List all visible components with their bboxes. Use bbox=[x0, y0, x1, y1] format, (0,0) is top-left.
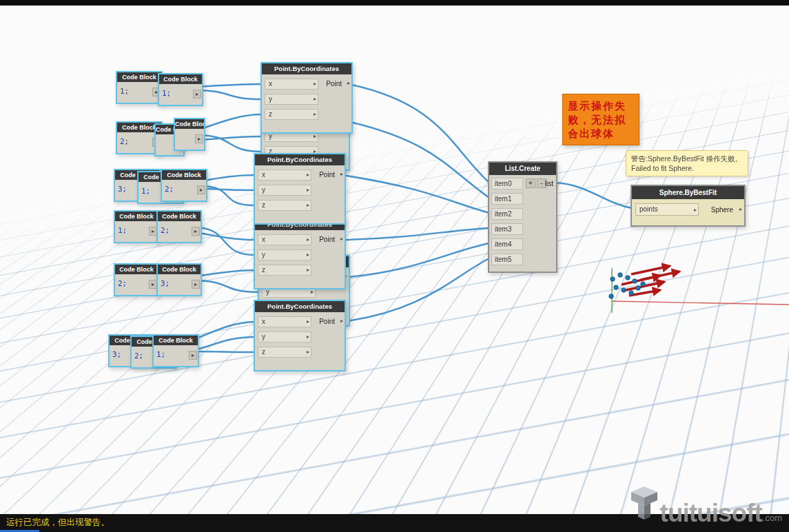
point-bycoordinates-node[interactable]: Point.ByCoordinates x▸ y▸ z▸ Point ▸ bbox=[254, 153, 346, 225]
node-title[interactable]: Code Block bbox=[154, 336, 198, 345]
node-title[interactable]: Point.ByCoordinates bbox=[255, 301, 345, 312]
input-port-x[interactable]: x▸ bbox=[258, 170, 311, 181]
code-block-node[interactable]: Code Block 3; ▸ bbox=[156, 263, 202, 296]
input-port-icon[interactable]: ▸ bbox=[307, 250, 309, 260]
input-port-icon[interactable]: ▸ bbox=[307, 317, 309, 327]
code-value[interactable]: 1; bbox=[120, 87, 129, 96]
code-value[interactable]: 2; bbox=[118, 279, 127, 288]
node-title[interactable]: Code Block bbox=[158, 212, 201, 221]
annotation-note[interactable]: 显示操作失败，无法拟合出球体 bbox=[562, 94, 639, 145]
node-title[interactable]: Code Block bbox=[115, 212, 158, 221]
node-title[interactable]: Code Block bbox=[117, 72, 161, 82]
input-port-y[interactable]: y▸ bbox=[265, 94, 318, 105]
input-port-icon[interactable]: ▸ bbox=[314, 79, 316, 89]
input-port-x[interactable]: x▸ bbox=[258, 234, 311, 245]
watermark: tuituisoft .com bbox=[628, 484, 782, 524]
port-label: y bbox=[262, 186, 265, 194]
code-value[interactable]: 1; bbox=[162, 89, 171, 98]
input-port-icon[interactable]: ▸ bbox=[694, 205, 697, 216]
input-port-z[interactable]: z▸ bbox=[265, 109, 318, 120]
port-label: z bbox=[262, 201, 265, 209]
code-value[interactable]: 3; bbox=[118, 185, 127, 194]
node-title[interactable]: Code Block bbox=[162, 170, 206, 180]
input-port-icon[interactable]: ▸ bbox=[307, 347, 309, 357]
input-port-item5[interactable]: item5 bbox=[491, 254, 523, 265]
watermark-name: tuituisoft bbox=[660, 502, 762, 524]
input-port-icon[interactable]: ▸ bbox=[307, 170, 309, 180]
input-port-y[interactable]: y▸ bbox=[258, 249, 311, 260]
output-port-label: Point bbox=[319, 236, 335, 243]
port-label: item1 bbox=[495, 195, 511, 203]
output-port-label: Point bbox=[326, 80, 342, 88]
input-port-z[interactable]: z▸ bbox=[258, 200, 311, 211]
code-block-node[interactable]: Code Block 1; ▸ bbox=[158, 73, 203, 106]
output-port-icon[interactable]: ▸ bbox=[739, 206, 742, 212]
code-value[interactable]: 1; bbox=[156, 350, 165, 359]
output-port-icon[interactable]: ▸ bbox=[340, 236, 343, 242]
node-title[interactable]: Point.ByCoordinates bbox=[262, 63, 351, 74]
output-port-icon[interactable]: ▸ bbox=[193, 90, 201, 99]
add-input-button[interactable]: + bbox=[526, 178, 535, 188]
output-port-icon[interactable]: ▸ bbox=[192, 280, 200, 289]
input-port-icon[interactable]: ▸ bbox=[314, 94, 316, 104]
list-create-node[interactable]: List.Create item0 item1 item2 item3 item… bbox=[488, 161, 557, 273]
input-port-item2[interactable]: item2 bbox=[491, 208, 523, 220]
code-value[interactable]: 1; bbox=[141, 187, 150, 196]
code-block-node[interactable]: Code Block 1; ▸ bbox=[116, 71, 163, 104]
code-value[interactable]: 2; bbox=[161, 226, 170, 235]
code-block-node[interactable]: Code Block 2; ▸ bbox=[114, 263, 159, 296]
output-port-label: Point bbox=[319, 171, 335, 178]
node-title[interactable]: Point.ByCoordinates bbox=[255, 154, 345, 165]
point-bycoordinates-node[interactable]: Point.ByCoordinates x▸ y▸ z▸ Point ▸ bbox=[254, 300, 346, 371]
output-port-icon[interactable]: ▸ bbox=[347, 80, 350, 86]
input-port-icon[interactable]: ▸ bbox=[307, 201, 309, 210]
output-port-icon[interactable]: ▸ bbox=[340, 318, 343, 324]
output-port-icon[interactable]: ▸ bbox=[189, 351, 197, 360]
node-title[interactable]: Code Block bbox=[159, 74, 202, 84]
output-port-label[interactable]: list bbox=[545, 180, 553, 187]
point-bycoordinates-node[interactable]: Point.ByCoordinates x▸ y▸ z▸ Point ▸ bbox=[254, 218, 346, 289]
code-value[interactable]: 2; bbox=[134, 351, 143, 360]
input-port-y[interactable]: y▸ bbox=[258, 331, 311, 342]
code-block-node[interactable]: Code Block ▸ bbox=[174, 118, 205, 151]
input-port-z[interactable]: z▸ bbox=[258, 265, 311, 276]
dynamo-workspace: Code Block 1; ▸ Code Block 1; ▸ Code Blo… bbox=[0, 0, 789, 532]
input-port-z[interactable]: z▸ bbox=[258, 347, 311, 358]
input-port-icon[interactable]: ▸ bbox=[307, 332, 309, 342]
warning-line2: Failed to fit Sphere. bbox=[631, 164, 743, 172]
output-port-icon[interactable]: ▸ bbox=[340, 171, 343, 177]
input-port-icon[interactable]: ▸ bbox=[314, 110, 316, 119]
output-port-icon[interactable]: ▸ bbox=[197, 185, 205, 194]
input-port-x[interactable]: x▸ bbox=[265, 79, 318, 90]
point-bycoordinates-node[interactable]: Point.ByCoordinates x▸ y▸ z▸ Point ▸ bbox=[260, 62, 353, 134]
port-label: points bbox=[639, 205, 658, 213]
code-block-node[interactable]: Code Block 1; ▸ bbox=[152, 334, 199, 367]
code-value[interactable]: 3; bbox=[112, 350, 121, 359]
input-port-y[interactable]: y▸ bbox=[258, 185, 311, 196]
code-value[interactable]: 2; bbox=[165, 185, 174, 194]
input-port-icon[interactable]: ▸ bbox=[307, 185, 309, 195]
input-port-item1[interactable]: item1 bbox=[491, 193, 523, 205]
input-port-icon[interactable]: ▸ bbox=[307, 265, 309, 275]
node-title[interactable]: Code Block bbox=[115, 265, 158, 274]
node-title[interactable]: List.Create bbox=[489, 163, 556, 175]
code-value[interactable]: 3; bbox=[161, 279, 170, 288]
input-port-x[interactable]: x▸ bbox=[258, 316, 311, 327]
input-port-item3[interactable]: item3 bbox=[491, 223, 523, 235]
output-port-icon[interactable]: ▸ bbox=[195, 134, 203, 143]
code-value[interactable]: 2; bbox=[120, 137, 129, 146]
node-title[interactable]: Code Block bbox=[175, 119, 204, 129]
node-title[interactable]: Sphere.ByBestFit bbox=[632, 186, 744, 199]
input-port-icon[interactable]: ▸ bbox=[307, 235, 309, 245]
input-port-item4[interactable]: item4 bbox=[491, 238, 523, 250]
code-value[interactable]: 1; bbox=[118, 226, 127, 235]
output-port-icon[interactable]: ▸ bbox=[192, 227, 200, 236]
node-title[interactable]: Code Block bbox=[158, 265, 201, 274]
sphere-bybestfit-node[interactable]: Sphere.ByBestFit points ▸ Sphere ▸ bbox=[631, 185, 746, 227]
node-body: 1; ▸ bbox=[115, 221, 158, 242]
input-port-item0[interactable]: item0 bbox=[491, 178, 523, 190]
code-block-node[interactable]: Code Block 2; ▸ bbox=[156, 210, 202, 243]
input-port-points[interactable]: points ▸ bbox=[635, 203, 699, 216]
code-block-node[interactable]: Code Block 2; ▸ bbox=[161, 169, 207, 202]
code-block-node[interactable]: Code Block 1; ▸ bbox=[114, 210, 159, 243]
